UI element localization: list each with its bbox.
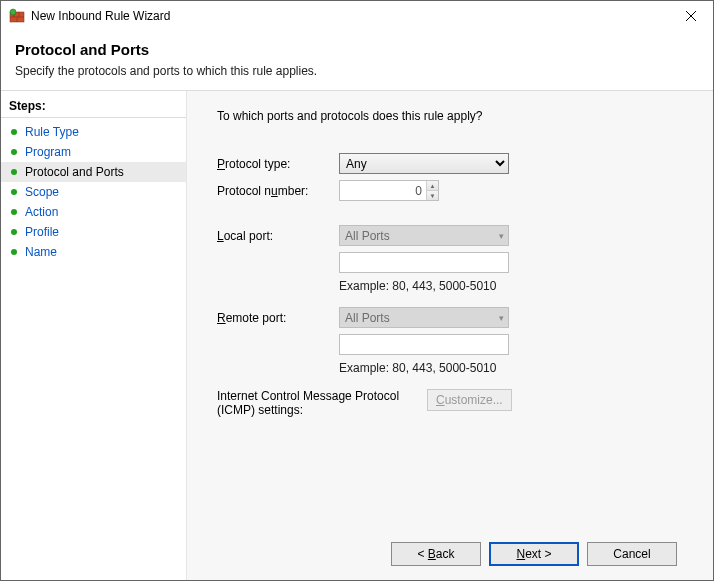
close-button[interactable] [668,1,713,31]
step-label: Scope [25,185,59,199]
local-port-label: Local port: [217,229,339,243]
chevron-down-icon: ▾ [499,313,504,323]
page-subtitle: Specify the protocols and ports to which… [15,64,699,78]
row-protocol-number: Protocol number: ▲ ▼ [217,180,691,201]
spinner-down[interactable]: ▼ [427,190,438,200]
bullet-icon [11,249,17,255]
step-scope[interactable]: Scope [1,182,186,202]
protocol-number-input [340,181,426,200]
step-label: Action [25,205,58,219]
step-action[interactable]: Action [1,202,186,222]
close-icon [686,11,696,21]
bullet-icon [11,129,17,135]
local-port-select: All Ports ▾ [339,225,509,246]
titlebar: New Inbound Rule Wizard [1,1,713,31]
remote-port-value: All Ports [345,311,390,325]
spinner-arrows: ▲ ▼ [426,181,438,200]
protocol-type-select[interactable]: Any [339,153,509,174]
back-button[interactable]: < Back [391,542,481,566]
icmp-label: Internet Control Message Protocol (ICMP)… [217,389,427,417]
steps-title: Steps: [1,99,186,118]
form-area: Protocol type: Any Protocol number: [217,153,691,423]
local-port-value: All Ports [345,229,390,243]
wizard-footer: < Back Next > Cancel [209,530,691,580]
step-protocol-and-ports: Protocol and Ports [1,162,186,182]
wizard-content: To which ports and protocols does this r… [187,91,713,580]
customize-button: Customize... [427,389,512,411]
protocol-type-label: Protocol type: [217,157,339,171]
remote-port-input [339,334,509,355]
row-local-port-input [217,252,691,273]
spinner-up[interactable]: ▲ [427,181,438,190]
step-label: Protocol and Ports [25,165,124,179]
step-program[interactable]: Program [1,142,186,162]
page-title: Protocol and Ports [15,41,699,58]
local-port-input [339,252,509,273]
steps-sidebar: Steps: Rule Type Program Protocol and Po… [1,91,187,580]
row-protocol-type: Protocol type: Any [217,153,691,174]
remote-port-select: All Ports ▾ [339,307,509,328]
step-rule-type[interactable]: Rule Type [1,122,186,142]
wizard-body: Steps: Rule Type Program Protocol and Po… [1,91,713,580]
bullet-icon [11,229,17,235]
step-label: Rule Type [25,125,79,139]
row-local-port: Local port: All Ports ▾ [217,225,691,246]
local-port-example: Example: 80, 443, 5000-5010 [339,279,691,293]
question-text: To which ports and protocols does this r… [217,109,691,123]
step-name[interactable]: Name [1,242,186,262]
step-label: Profile [25,225,59,239]
cancel-button[interactable]: Cancel [587,542,677,566]
bullet-icon [11,169,17,175]
wizard-header: Protocol and Ports Specify the protocols… [1,31,713,90]
firewall-icon [9,8,25,24]
protocol-number-label: Protocol number: [217,184,339,198]
bullet-icon [11,149,17,155]
step-label: Program [25,145,71,159]
chevron-down-icon: ▾ [499,231,504,241]
svg-point-5 [10,9,16,15]
remote-port-label: Remote port: [217,311,339,325]
step-profile[interactable]: Profile [1,222,186,242]
window-title: New Inbound Rule Wizard [31,9,170,23]
row-remote-port-input [217,334,691,355]
step-label: Name [25,245,57,259]
bullet-icon [11,189,17,195]
protocol-number-spinner[interactable]: ▲ ▼ [339,180,439,201]
row-icmp: Internet Control Message Protocol (ICMP)… [217,389,691,417]
wizard-window: New Inbound Rule Wizard Protocol and Por… [0,0,714,581]
remote-port-example: Example: 80, 443, 5000-5010 [339,361,691,375]
row-remote-port: Remote port: All Ports ▾ [217,307,691,328]
next-button[interactable]: Next > [489,542,579,566]
bullet-icon [11,209,17,215]
